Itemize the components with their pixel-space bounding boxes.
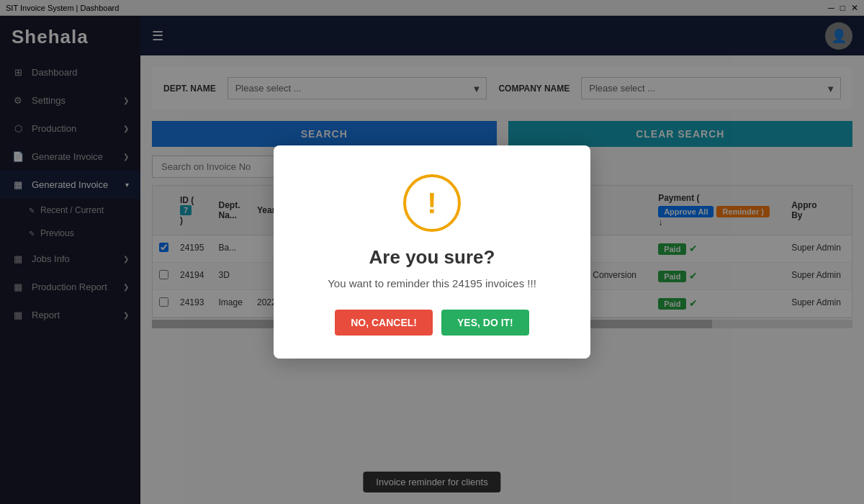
modal-overlay: ! Are you sure? You want to reminder thi… (0, 0, 864, 504)
modal-title: Are you sure? (302, 246, 562, 269)
modal-buttons: NO, CANCEL! YES, DO IT! (302, 310, 562, 336)
modal-warning-icon: ! (403, 174, 461, 232)
confirmation-modal: ! Are you sure? You want to reminder thi… (274, 145, 590, 359)
modal-message: You want to reminder this 24195 invoices… (302, 277, 562, 289)
confirm-button[interactable]: YES, DO IT! (441, 310, 529, 336)
cancel-button[interactable]: NO, CANCEL! (335, 310, 433, 336)
